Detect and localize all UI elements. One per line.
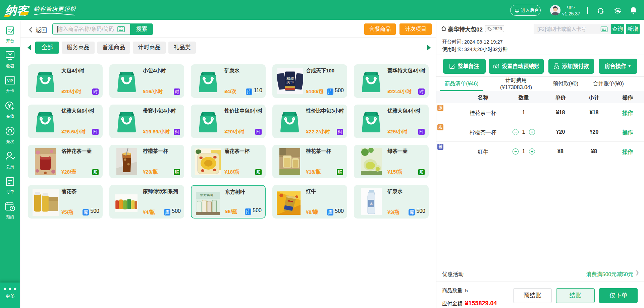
svg-text:VIP: VIP (7, 79, 13, 83)
svg-text:东方树叶: 东方树叶 (200, 194, 214, 197)
svg-text:和成: 和成 (286, 77, 294, 80)
svg-text:天下: 天下 (286, 81, 294, 84)
svg-text:水: 水 (370, 202, 373, 205)
